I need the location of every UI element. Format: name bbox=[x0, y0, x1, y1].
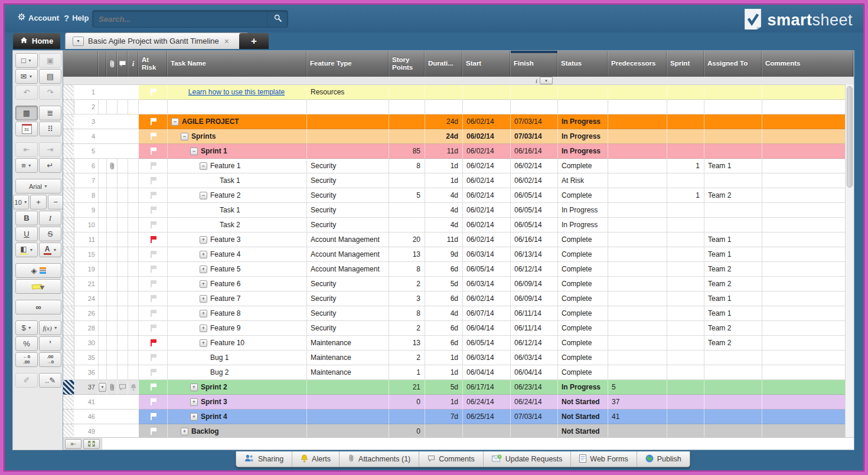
footer-attachments-button[interactable]: Attachments (1) bbox=[339, 451, 419, 467]
duration-cell[interactable]: 4d bbox=[425, 218, 463, 232]
sprint-cell[interactable] bbox=[667, 129, 704, 144]
at-risk-cell[interactable] bbox=[139, 336, 168, 350]
info-cell[interactable] bbox=[128, 336, 139, 350]
start-date-cell[interactable]: 06/03/14 bbox=[463, 350, 511, 365]
row-drag-handle[interactable] bbox=[63, 188, 74, 203]
assigned-to-cell[interactable] bbox=[704, 129, 762, 144]
text-color-button[interactable]: A▼ bbox=[39, 243, 61, 257]
sprint-cell[interactable] bbox=[667, 380, 704, 395]
feature-type-cell[interactable]: Account Management bbox=[307, 232, 389, 247]
status-cell[interactable] bbox=[558, 85, 608, 100]
column-header-assigned[interactable]: Assigned To bbox=[704, 51, 762, 77]
feature-type-cell[interactable]: Maintenance bbox=[307, 365, 389, 380]
comments-cell[interactable] bbox=[762, 203, 854, 218]
story-points-cell[interactable] bbox=[389, 129, 425, 144]
comment-cell[interactable] bbox=[118, 218, 128, 232]
sprint-cell[interactable] bbox=[667, 410, 704, 424]
feature-type-cell[interactable]: Security bbox=[307, 291, 389, 306]
column-header-task[interactable]: Task Name bbox=[168, 51, 307, 77]
tab-dropdown-button[interactable]: ▼ bbox=[73, 37, 84, 46]
story-points-cell[interactable]: 3 bbox=[389, 291, 425, 306]
print-button[interactable]: ▤ bbox=[39, 69, 61, 84]
status-cell[interactable]: In Progress bbox=[558, 380, 608, 395]
card-view-button[interactable]: ⠿ bbox=[39, 122, 61, 136]
comment-cell[interactable] bbox=[118, 85, 128, 100]
duration-cell[interactable]: 4d bbox=[425, 306, 463, 321]
attachment-cell[interactable] bbox=[107, 365, 118, 380]
row-drag-handle[interactable] bbox=[63, 85, 74, 100]
column-header-start[interactable]: Start bbox=[463, 51, 511, 77]
finish-date-cell[interactable]: 06/09/14 bbox=[511, 291, 558, 306]
hyperlink-button[interactable]: ∞ bbox=[15, 300, 61, 315]
attachment-cell[interactable] bbox=[107, 350, 118, 365]
feature-type-cell[interactable]: Security bbox=[307, 203, 389, 218]
modify-button[interactable]: ..✎ bbox=[39, 373, 61, 388]
comments-cell[interactable] bbox=[762, 321, 854, 336]
row-menu-cell[interactable] bbox=[99, 336, 107, 350]
attachment-cell[interactable] bbox=[107, 144, 118, 159]
duration-cell[interactable] bbox=[425, 100, 463, 114]
sprint-cell[interactable]: 1 bbox=[667, 159, 704, 173]
task-name-cell[interactable]: +Feature 3 bbox=[168, 232, 307, 247]
highlight-button[interactable] bbox=[15, 279, 61, 294]
task-name-cell[interactable]: +Feature 7 bbox=[168, 291, 307, 306]
task-name-cell[interactable]: −Feature 1 bbox=[168, 159, 307, 173]
status-cell[interactable]: Complete bbox=[558, 321, 608, 336]
scroll-thumb[interactable] bbox=[847, 86, 853, 188]
comments-cell[interactable] bbox=[762, 262, 854, 277]
at-risk-cell[interactable] bbox=[139, 218, 168, 232]
row-menu-cell[interactable] bbox=[99, 188, 107, 203]
row-number[interactable]: 15 bbox=[74, 247, 99, 262]
at-risk-cell[interactable] bbox=[139, 159, 168, 173]
attachment-cell[interactable] bbox=[107, 85, 118, 100]
finish-date-cell[interactable]: 06/13/14 bbox=[511, 247, 558, 262]
font-family-select[interactable]: Arial▼ bbox=[15, 179, 61, 194]
at-risk-cell[interactable] bbox=[139, 129, 168, 144]
feature-type-cell[interactable]: Resources bbox=[307, 85, 389, 100]
footer-alerts-button[interactable]: Alerts bbox=[292, 451, 339, 467]
predecessors-cell[interactable] bbox=[608, 100, 667, 114]
predecessors-cell[interactable] bbox=[608, 247, 667, 262]
story-points-cell[interactable] bbox=[389, 218, 425, 232]
info-cell[interactable] bbox=[128, 232, 139, 247]
row-menu-cell[interactable] bbox=[99, 144, 107, 159]
start-date-cell[interactable]: 06/02/14 bbox=[463, 114, 511, 129]
expander-button[interactable]: + bbox=[200, 325, 207, 332]
row-number[interactable]: 26 bbox=[74, 306, 99, 321]
story-points-cell[interactable]: 0 bbox=[389, 395, 425, 410]
row-number[interactable]: 21 bbox=[74, 277, 99, 291]
status-cell[interactable]: Complete bbox=[558, 277, 608, 291]
comments-cell[interactable] bbox=[762, 85, 854, 100]
row-drag-handle[interactable] bbox=[63, 247, 74, 262]
predecessors-cell[interactable] bbox=[608, 144, 667, 159]
column-header-at-risk[interactable]: At Risk bbox=[139, 51, 168, 77]
assigned-to-cell[interactable] bbox=[704, 395, 762, 410]
finish-date-cell[interactable]: 06/02/14 bbox=[511, 173, 558, 188]
info-cell[interactable] bbox=[128, 277, 139, 291]
duration-cell[interactable]: 9d bbox=[425, 247, 463, 262]
row-drag-handle[interactable] bbox=[63, 232, 74, 247]
duration-cell[interactable] bbox=[425, 85, 463, 100]
grid-view-button[interactable]: ▦ bbox=[15, 106, 38, 120]
status-cell[interactable]: Complete bbox=[558, 350, 608, 365]
sprint-cell[interactable] bbox=[667, 321, 704, 336]
finish-date-cell[interactable]: 07/03/14 bbox=[511, 129, 558, 144]
assigned-to-cell[interactable] bbox=[704, 144, 762, 159]
comments-cell[interactable] bbox=[762, 350, 854, 365]
comment-cell[interactable] bbox=[118, 336, 128, 350]
finish-date-cell[interactable]: 06/05/14 bbox=[511, 188, 558, 203]
attachment-cell[interactable] bbox=[107, 291, 118, 306]
assigned-to-cell[interactable] bbox=[704, 85, 762, 100]
assigned-to-cell[interactable] bbox=[704, 203, 762, 218]
footer-sharing-button[interactable]: Sharing bbox=[236, 451, 292, 467]
at-risk-cell[interactable] bbox=[139, 380, 168, 395]
at-risk-cell[interactable] bbox=[139, 410, 168, 424]
row-menu-cell[interactable] bbox=[99, 85, 107, 100]
predecessors-cell[interactable] bbox=[608, 306, 667, 321]
footer-web-forms-button[interactable]: Web Forms bbox=[570, 451, 636, 467]
attachment-cell[interactable] bbox=[107, 262, 118, 277]
start-date-cell[interactable]: 06/03/14 bbox=[463, 277, 511, 291]
status-cell[interactable]: Complete bbox=[558, 291, 608, 306]
task-name-cell[interactable]: −Sprints bbox=[168, 129, 307, 144]
assigned-to-cell[interactable]: Team 2 bbox=[704, 262, 762, 277]
